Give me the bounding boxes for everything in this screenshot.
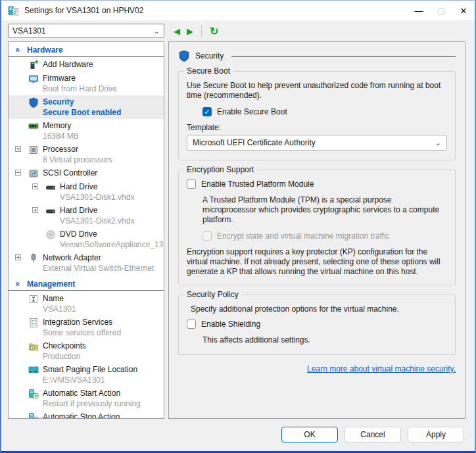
checkpoints-icon (28, 341, 39, 352)
enable-secure-boot-row: ✓ Enable Secure Boot (202, 107, 447, 116)
sidebar-item-add-hardware[interactable]: Add Hardware (9, 58, 164, 72)
template-value: Microsoft UEFI Certificate Authority (193, 138, 435, 147)
navigate-back-button[interactable]: ◀ (174, 26, 180, 36)
encrypt-traffic-row: Encrypt state and virtual machine migrat… (202, 231, 447, 241)
ok-button[interactable]: OK (281, 427, 338, 442)
hyperv-settings-icon (8, 5, 19, 16)
chevron-down-icon: ⌄ (435, 139, 441, 146)
toolbar: VSA1301 ⌄ ◀ ▶ ↻ (1, 20, 475, 41)
sidebar-item-name[interactable]: Name VSA1301 (9, 292, 164, 316)
sidebar-item-hard-drive-2[interactable]: + Hard Drive VSA1301-Disk2.vhdx (9, 204, 164, 227)
group-legend: Secure Boot (184, 66, 233, 76)
expand-icon[interactable]: + (32, 183, 38, 189)
sidebar-item-integration-services[interactable]: Integration Services Some services offer… (9, 316, 164, 339)
pane-title: Security (195, 51, 224, 60)
section-label: Management (27, 279, 75, 289)
auto-stop-icon (28, 412, 39, 419)
security-policy-group: Security Policy Specify additional prote… (178, 295, 456, 355)
cancel-button[interactable]: Cancel (345, 427, 401, 442)
secure-boot-group: Secure Boot Use Secure Boot to help prev… (178, 71, 456, 160)
expand-icon[interactable]: + (15, 146, 21, 152)
sidebar-item-scsi-controller[interactable]: − SCSI Controller (9, 166, 164, 180)
header-rule (231, 56, 456, 57)
security-policy-description: Specify additional protection options fo… (191, 304, 447, 314)
pane-header: Security (178, 50, 456, 62)
group-legend: Encryption Support (184, 165, 256, 174)
collapse-icon: « (13, 280, 22, 288)
checkbox-label[interactable]: Enable Trusted Platform Module (201, 179, 314, 189)
add-hardware-icon (28, 60, 39, 70)
encrypt-traffic-checkbox (202, 231, 212, 241)
security-shield-icon (178, 50, 190, 62)
template-dropdown[interactable]: Microsoft UEFI Certificate Authority ⌄ (187, 135, 447, 151)
sidebar-item-memory[interactable]: Memory 16384 MB (9, 119, 164, 143)
enable-tpm-checkbox[interactable] (187, 179, 196, 189)
smart-paging-icon (28, 365, 39, 375)
memory-icon (28, 121, 39, 131)
sidebar-item-checkpoints[interactable]: Checkpoints Production (9, 339, 164, 363)
collapse-expand-icon[interactable]: − (15, 170, 21, 176)
navigate-forward-button[interactable]: ▶ (187, 26, 193, 36)
firmware-icon (28, 74, 39, 84)
apply-button[interactable]: Apply (408, 427, 464, 442)
sidebar-item-hard-drive-1[interactable]: + Hard Drive VSA1301-Disk1.vhdx (9, 180, 164, 204)
integration-services-icon (28, 318, 39, 328)
auto-start-icon (28, 389, 39, 399)
footer: OK Cancel Apply (1, 419, 475, 451)
dvd-drive-icon (45, 229, 56, 240)
sidebar-item-dvd-drive[interactable]: DVD Drive VeeamSoftwareAppliance_13.... (9, 227, 164, 251)
maximize-button: ▢ (430, 1, 452, 20)
secure-boot-description: Use Secure Boot to help prevent unauthor… (187, 81, 447, 101)
sidebar: « Hardware Add Hardware Firmware Boot fr… (8, 41, 164, 419)
window-title: Settings for VSA1301 on HPHV02 (24, 6, 408, 15)
content-area: « Hardware Add Hardware Firmware Boot fr… (1, 41, 475, 419)
template-label: Template: (187, 123, 447, 132)
scsi-controller-icon (28, 168, 39, 179)
checkbox-label[interactable]: Enable Secure Boot (217, 107, 287, 116)
section-label: Hardware (27, 45, 63, 55)
encryption-support-group: Encryption Support Enable Trusted Platfo… (178, 170, 456, 285)
sidebar-item-processor[interactable]: + Processor 8 Virtual processors (9, 143, 164, 166)
toolbar-separator (201, 25, 202, 37)
enable-shielding-checkbox[interactable] (187, 320, 196, 329)
checkbox-label: Encrypt state and virtual machine migrat… (217, 231, 390, 241)
tpm-description: A Trusted Platform Module (TPM) is a spe… (202, 195, 447, 225)
sidebar-item-auto-start[interactable]: Automatic Start Action Restart if previo… (9, 387, 164, 410)
sidebar-item-smart-paging[interactable]: Smart Paging File Location E:\VMS\VSA130… (9, 363, 164, 387)
group-legend: Security Policy (184, 290, 241, 299)
enable-shielding-row: Enable Shielding (187, 320, 447, 329)
refresh-button[interactable]: ↻ (210, 25, 218, 37)
expand-icon[interactable]: + (15, 254, 21, 260)
settings-pane: Security Secure Boot Use Secure Boot to … (168, 41, 465, 419)
hard-drive-icon (45, 182, 56, 193)
learn-more-link[interactable]: Learn more about virtual machine securit… (307, 364, 456, 373)
security-shield-icon (28, 97, 39, 108)
settings-window: Settings for VSA1301 on HPHV02 — ▢ ✕ VSA… (0, 0, 476, 453)
sidebar-section-hardware[interactable]: « Hardware (9, 43, 164, 57)
name-icon (28, 294, 39, 304)
sidebar-item-network-adapter[interactable]: + Network Adapter External Virtual Switc… (9, 251, 164, 275)
sidebar-item-firmware[interactable]: Firmware Boot from Hard Drive (9, 72, 164, 95)
link-row: Learn more about virtual machine securit… (178, 364, 456, 373)
title-bar: Settings for VSA1301 on HPHV02 — ▢ ✕ (1, 1, 475, 20)
network-adapter-icon (28, 253, 39, 264)
sidebar-item-auto-stop[interactable]: Automatic Stop Action Save (9, 410, 164, 419)
checkbox-label[interactable]: Enable Shielding (201, 320, 260, 329)
sidebar-item-security[interactable]: Security Secure Boot enabled (9, 95, 164, 119)
enable-tpm-row: Enable Trusted Platform Module (187, 179, 447, 189)
processor-icon (28, 145, 39, 155)
kp-description: Encryption support requires a key protec… (187, 247, 447, 277)
shielding-note: This affects additional settings. (202, 335, 447, 345)
close-button[interactable]: ✕ (452, 1, 475, 20)
vm-selector-dropdown[interactable]: VSA1301 ⌄ (8, 24, 164, 38)
collapse-icon: « (13, 46, 22, 54)
minimize-button[interactable]: — (408, 1, 430, 20)
expand-icon[interactable]: + (32, 207, 38, 213)
chevron-down-icon: ⌄ (154, 28, 160, 34)
enable-secure-boot-checkbox[interactable]: ✓ (202, 107, 212, 116)
vm-selector-value: VSA1301 (12, 26, 151, 36)
sidebar-section-management[interactable]: « Management (9, 277, 164, 291)
nav-buttons: ◀ ▶ ↻ (174, 25, 218, 37)
hard-drive-icon (45, 206, 56, 216)
